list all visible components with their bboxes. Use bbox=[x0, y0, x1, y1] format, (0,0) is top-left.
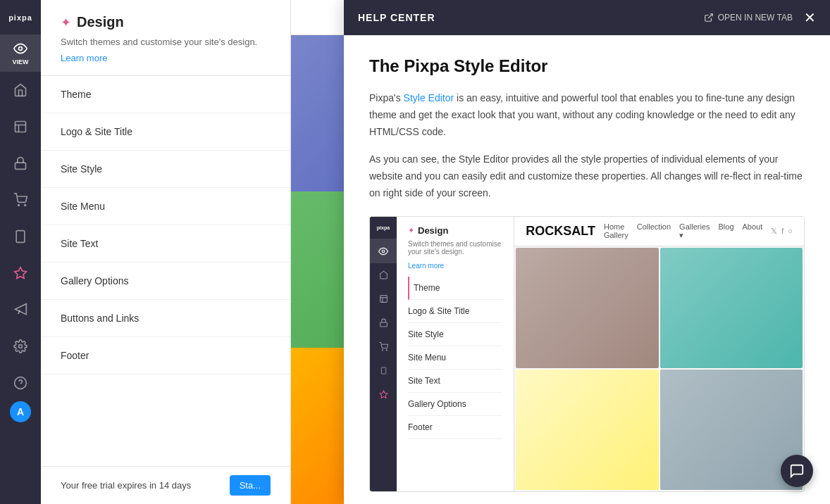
mobile-icon bbox=[13, 229, 27, 244]
hs-eye-icon bbox=[378, 246, 388, 256]
design-menu-item-buttons-links[interactable]: Buttons and Links bbox=[41, 300, 290, 337]
svg-point-20 bbox=[386, 350, 387, 351]
design-menu-item-gallery-options[interactable]: Gallery Options bbox=[41, 263, 290, 300]
hs-home-icon bbox=[379, 270, 388, 279]
hs-menu-site-style: Site Style bbox=[408, 323, 502, 346]
svg-point-19 bbox=[382, 350, 383, 351]
help-center-title: HELP CENTER bbox=[358, 12, 435, 23]
design-panel-title: Design bbox=[77, 14, 124, 30]
hs-menu-gallery-options: Gallery Options bbox=[408, 393, 502, 416]
hs-image-cell-3 bbox=[516, 370, 658, 490]
lock-icon bbox=[13, 156, 27, 170]
trial-bar: Your free trial expires in 14 days Sta..… bbox=[41, 466, 290, 504]
hs-lock-icon bbox=[379, 318, 388, 327]
help-screenshot: pixpa bbox=[369, 216, 805, 492]
hs-design-icon bbox=[379, 390, 388, 399]
hs-nav-lock bbox=[370, 311, 397, 335]
sidebar-item-marketing[interactable] bbox=[0, 291, 41, 328]
hs-panel-desc: Switch themes and customise your site's … bbox=[408, 240, 502, 256]
hs-design-icon-small: ✦ bbox=[408, 226, 414, 235]
hs-icon-bar: pixpa bbox=[370, 217, 397, 491]
sidebar-item-view[interactable]: VIEW bbox=[0, 35, 41, 72]
brand-logo: pixpa bbox=[0, 0, 41, 35]
user-avatar[interactable]: A bbox=[10, 401, 31, 422]
help-header-actions: OPEN IN NEW TAB ✕ bbox=[704, 11, 816, 25]
hs-menu-logo: Logo & Site Title bbox=[408, 300, 502, 323]
design-panel-icon: ✦ bbox=[61, 15, 71, 30]
svg-rect-5 bbox=[16, 231, 25, 243]
pages-icon bbox=[13, 120, 27, 134]
svg-point-0 bbox=[19, 47, 23, 51]
article-title: The Pixpa Style Editor bbox=[369, 56, 805, 76]
article-paragraph-2: As you can see, the Style Editor provide… bbox=[369, 151, 805, 201]
help-center-header: HELP CENTER OPEN IN NEW TAB ✕ bbox=[344, 0, 830, 35]
design-panel-header: ✦ Design Switch themes and customise you… bbox=[41, 0, 290, 76]
design-menu-item-logo[interactable]: Logo & Site Title bbox=[41, 113, 290, 151]
sidebar-item-design[interactable] bbox=[0, 255, 41, 291]
chat-bubble-button[interactable] bbox=[781, 455, 813, 487]
help-icon bbox=[13, 376, 27, 390]
settings-icon bbox=[13, 339, 27, 353]
style-editor-link[interactable]: Style Editor bbox=[404, 92, 454, 103]
design-menu-item-theme[interactable]: Theme bbox=[41, 76, 290, 113]
sidebar-item-pages[interactable] bbox=[0, 108, 41, 145]
sidebar-view-label: VIEW bbox=[12, 58, 28, 65]
open-in-new-tab-button[interactable]: OPEN IN NEW TAB bbox=[704, 13, 793, 23]
hs-preview-brand: ROCKSALT bbox=[526, 224, 595, 239]
hs-learn-more-link: Learn more bbox=[408, 262, 444, 270]
design-menu: Theme Logo & Site Title Site Style Site … bbox=[41, 76, 290, 504]
hs-nav-mobile bbox=[370, 359, 397, 383]
hs-inner: pixpa bbox=[370, 217, 804, 491]
hs-pages-icon bbox=[379, 294, 388, 303]
sidebar-item-home[interactable] bbox=[0, 72, 41, 108]
svg-rect-1 bbox=[16, 122, 26, 132]
hs-menu-footer: Footer bbox=[408, 416, 502, 439]
close-button[interactable]: ✕ bbox=[804, 11, 816, 25]
hs-panel-title-row: ✦ Design bbox=[408, 225, 502, 236]
hs-preview-header: ROCKSALT Home Gallery Collection Galleri… bbox=[514, 217, 804, 246]
hs-cart-icon bbox=[379, 342, 388, 351]
article-paragraph-1: Pixpa's Style Editor is an easy, intuiti… bbox=[369, 90, 805, 140]
design-menu-item-footer[interactable]: Footer bbox=[41, 337, 290, 374]
hs-nav-links: Home Gallery Collection Galleries ▾ Blog… bbox=[604, 222, 762, 240]
svg-rect-17 bbox=[380, 296, 387, 303]
start-button[interactable]: Sta... bbox=[230, 475, 271, 496]
design-menu-item-site-style[interactable]: Site Style bbox=[41, 151, 290, 188]
svg-point-16 bbox=[382, 250, 385, 253]
external-link-icon bbox=[704, 13, 714, 23]
hs-nav-icons bbox=[370, 239, 397, 407]
design-menu-item-site-text[interactable]: Site Text bbox=[41, 225, 290, 263]
eye-icon bbox=[13, 42, 27, 56]
help-content: The Pixpa Style Editor Pixpa's Style Edi… bbox=[344, 35, 830, 504]
home-icon bbox=[13, 83, 27, 97]
help-center-panel: HELP CENTER OPEN IN NEW TAB ✕ The Pixpa … bbox=[344, 0, 830, 504]
svg-rect-2 bbox=[16, 163, 26, 169]
sidebar-item-mobile[interactable] bbox=[0, 218, 41, 255]
hs-nav-pages bbox=[370, 287, 397, 311]
hs-panel: ✦ Design Switch themes and customise you… bbox=[397, 217, 514, 491]
design-title-row: ✦ Design bbox=[61, 14, 271, 30]
design-menu-item-site-menu[interactable]: Site Menu bbox=[41, 188, 290, 225]
hs-menu-site-text: Site Text bbox=[408, 370, 502, 393]
svg-rect-21 bbox=[381, 367, 385, 374]
design-icon bbox=[13, 266, 27, 280]
cart-icon bbox=[13, 193, 27, 207]
sidebar-item-cart[interactable] bbox=[0, 182, 41, 218]
sidebar-item-settings[interactable] bbox=[0, 328, 41, 365]
svg-point-7 bbox=[19, 345, 23, 348]
icon-sidebar: pixpa VIEW bbox=[0, 0, 41, 504]
sidebar-item-lock[interactable] bbox=[0, 145, 41, 182]
learn-more-link[interactable]: Learn more bbox=[61, 53, 107, 63]
hs-brand: pixpa bbox=[370, 217, 397, 239]
hs-img-grid bbox=[514, 246, 804, 491]
hs-panel-title: Design bbox=[418, 225, 448, 236]
hs-nav-eye bbox=[370, 239, 397, 263]
hs-menu-list: Theme Logo & Site Title Site Style Site … bbox=[408, 277, 502, 439]
sidebar-item-help[interactable] bbox=[0, 365, 41, 401]
hs-nav-cart bbox=[370, 335, 397, 359]
icon-nav: VIEW bbox=[0, 35, 41, 431]
svg-rect-18 bbox=[380, 322, 387, 327]
design-panel: ✦ Design Switch themes and customise you… bbox=[41, 0, 291, 504]
design-panel-description: Switch themes and customise your site's … bbox=[61, 36, 271, 49]
hs-nav-design bbox=[370, 383, 397, 407]
